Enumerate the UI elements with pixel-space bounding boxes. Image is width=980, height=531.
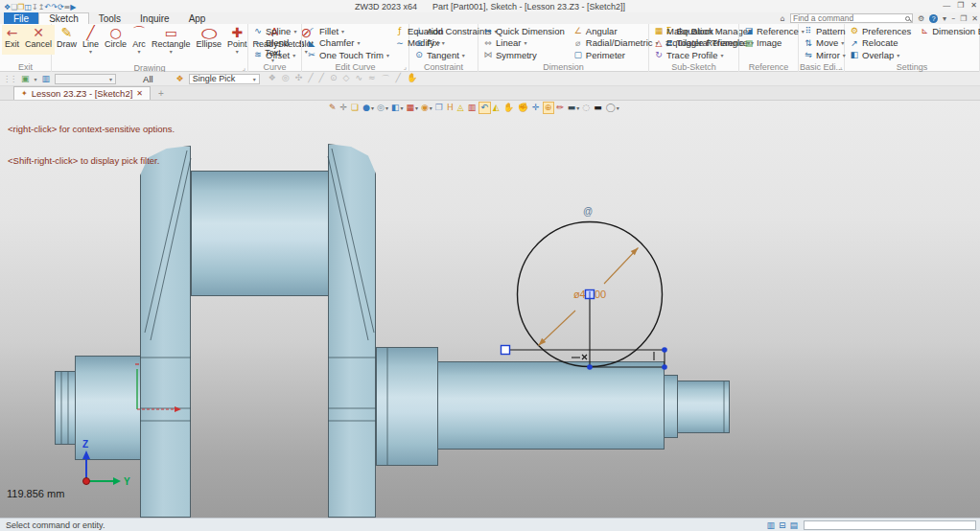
- sketch-point[interactable]: [662, 347, 667, 353]
- qat-icon[interactable]: ▶: [70, 3, 76, 12]
- ribbon-button[interactable]: ✂ One Touch Trim ▾: [307, 49, 389, 61]
- status-icon[interactable]: ▤: [789, 520, 798, 530]
- qat-icon[interactable]: ↧: [32, 3, 38, 12]
- ribbon-button-icon: ⌒: [132, 25, 146, 40]
- doc-close-button[interactable]: ✕: [971, 14, 978, 23]
- filter-icon[interactable]: ❖: [176, 74, 184, 83]
- close-button[interactable]: ✕: [970, 1, 977, 10]
- ribbon-button[interactable]: ⌣ Blend: [253, 37, 296, 50]
- ribbon-button[interactable]: △ Equilateral Triangle ▾: [654, 37, 750, 50]
- z-axis-arrow: [82, 450, 90, 459]
- tab-close-icon[interactable]: ✕: [136, 89, 143, 98]
- scene-icon[interactable]: ▣: [21, 74, 30, 83]
- ribbon-button[interactable]: ⇋ Mirror ▾: [804, 49, 849, 61]
- ribbon-button[interactable]: ↗ Relocate: [850, 37, 914, 50]
- status-input[interactable]: [804, 520, 976, 530]
- ribbon-button[interactable]: ✎ Draw: [54, 25, 80, 63]
- ribbon-button-icon: ✂: [307, 50, 316, 59]
- qat-icon[interactable]: ◫: [25, 3, 33, 12]
- ribbon-tab[interactable]: File: [4, 12, 38, 24]
- prompt-line-1: <right-click> for context-sensitive opti…: [8, 124, 175, 134]
- restore-button[interactable]: ❐: [957, 1, 964, 10]
- pick-mode-combobox[interactable]: Single Pick▾: [189, 74, 260, 84]
- ribbon-button[interactable]: ▢ Perimeter: [573, 49, 659, 61]
- ribbon-button[interactable]: ◧ Overlap ▾: [850, 49, 914, 61]
- ribbon-button[interactable]: ⋈ Symmetry: [483, 49, 568, 61]
- ribbon-button[interactable]: ○ Circle: [102, 25, 129, 63]
- find-command-box[interactable]: [790, 13, 913, 23]
- gear-icon[interactable]: ⚙: [918, 14, 924, 23]
- ribbon-button[interactable]: ↻ Trace Profile ▾: [654, 49, 750, 61]
- layer-combobox[interactable]: ▾: [55, 74, 116, 84]
- ribbon-tab[interactable]: Tools: [89, 12, 130, 24]
- new-tab-button[interactable]: +: [151, 86, 172, 100]
- ribbon-button[interactable]: ◜ Fillet ▾: [307, 25, 389, 37]
- ribbon-group: ◪ Reference ▾ ▤ Image Reference: [739, 24, 799, 72]
- ribbon-button[interactable]: ∠ Angular: [573, 25, 659, 37]
- ribbon-button[interactable]: ⇔ Linear ▾: [483, 37, 568, 50]
- ribbon-button[interactable]: ▭ Rectangle ▾: [149, 25, 194, 63]
- ribbon-button[interactable]: ◪ Reference ▾: [744, 25, 805, 37]
- dialog-launcher-icon[interactable]: ⌟: [404, 63, 407, 71]
- ribbon-button[interactable]: ▤ Image: [744, 37, 805, 50]
- find-command-input[interactable]: [793, 13, 903, 23]
- ribbon-button[interactable]: ✕ Cancel: [22, 25, 55, 55]
- help-icon[interactable]: ?: [929, 14, 938, 23]
- layer-icon[interactable]: ▥: [42, 74, 51, 83]
- status-icon[interactable]: ▥: [766, 520, 775, 530]
- ribbon-tab[interactable]: Sketch: [38, 12, 89, 24]
- home-icon[interactable]: ⌂: [781, 14, 785, 23]
- dialog-launcher-icon[interactable]: ⌟: [839, 63, 842, 71]
- ribbon-tab[interactable]: Inquire: [130, 12, 179, 24]
- ribbon-button-label: Overlap: [862, 50, 894, 60]
- ribbon-button[interactable]: ⚙ Preferences: [850, 25, 914, 37]
- ribbon-button[interactable]: ╱ Line ▾: [80, 25, 102, 63]
- ribbon-button-icon: ✚: [231, 25, 243, 40]
- disabled-filter-icon: ╱: [396, 73, 401, 85]
- qat-icon[interactable]: ⟳: [58, 3, 64, 12]
- ribbon-button[interactable]: ∿ Spline ▾: [253, 25, 296, 37]
- ribbon-group: ✎ Draw ╱ Line ▾ ○ Circle ⌒ Arc ▾ ▭: [52, 24, 248, 72]
- dialog-launcher-icon[interactable]: ⌟: [243, 64, 245, 72]
- doc-restore-button[interactable]: ❐: [960, 14, 967, 23]
- ribbon-button-label: Mirror: [816, 50, 840, 60]
- line-endpoint-handle[interactable]: [502, 346, 510, 355]
- web-edge: [328, 156, 368, 340]
- minimize-button[interactable]: —: [943, 1, 950, 10]
- document-tab-bar: ✦ Lesson 23.Z3 - [Sketch2] ✕ +: [0, 86, 980, 101]
- chevron-down-icon[interactable]: ▾: [943, 14, 946, 23]
- ribbon-button[interactable]: ⌒ Arc ▾: [129, 25, 149, 63]
- status-icon[interactable]: ⊟: [779, 520, 786, 530]
- document-tab[interactable]: ✦ Lesson 23.Z3 - [Sketch2] ✕: [13, 86, 151, 100]
- sketch-point[interactable]: [587, 364, 593, 370]
- ribbon-button[interactable]: ⌀ Radial/Diametric ▾: [573, 37, 659, 50]
- measurement-readout: 119.856 mm: [7, 488, 64, 499]
- ribbon-button[interactable]: ⠿ Pattern: [804, 25, 849, 37]
- ribbon-button-label: Equilateral Triangle: [666, 37, 744, 48]
- ribbon-button[interactable]: ⇅ Move ▾: [804, 37, 849, 50]
- sketch-point[interactable]: [662, 364, 667, 370]
- dropdown-arrow-icon: ▾: [341, 28, 344, 35]
- ribbon-button-icon: ⋈: [483, 50, 493, 59]
- doc-minimize-button[interactable]: –: [951, 14, 955, 23]
- dropdown-arrow-icon: ▾: [292, 52, 295, 58]
- ribbon-button[interactable]: ≋ Offset ▾: [253, 49, 296, 61]
- ribbon-button[interactable]: ◣ Chamfer ▾: [307, 37, 389, 50]
- qat-icon[interactable]: ❐: [17, 3, 24, 12]
- da-icon: ◌: [582, 102, 590, 114]
- ribbon-button[interactable]: ← Exit: [2, 25, 22, 55]
- ribbon-button[interactable]: ▦ Make Block ▾: [654, 25, 750, 37]
- ribbon-button[interactable]: ✚ Point ▾: [224, 25, 250, 63]
- dropdown-arrow-icon: ▾: [524, 39, 526, 46]
- ribbon-button[interactable]: ↔ Quick Dimension: [483, 25, 568, 37]
- ribbon-tab[interactable]: App: [179, 12, 216, 24]
- ribbon-button[interactable]: ○ Ellipse: [194, 25, 225, 63]
- graphics-area[interactable]: ø45.00 @ Z Y <right-click> for c: [0, 101, 980, 518]
- toolbar-grip[interactable]: ⋮⋮: [3, 75, 16, 83]
- ribbon-button-label: Dimension Editor: [932, 26, 980, 36]
- ribbon-button[interactable]: ⊾ Dimension Editor ▾: [920, 25, 980, 37]
- qat-icon[interactable]: ↷: [51, 3, 58, 12]
- filter-all-label[interactable]: All: [143, 74, 153, 84]
- da-icon: ✋: [503, 102, 514, 114]
- z-axis-label: Z: [82, 439, 88, 450]
